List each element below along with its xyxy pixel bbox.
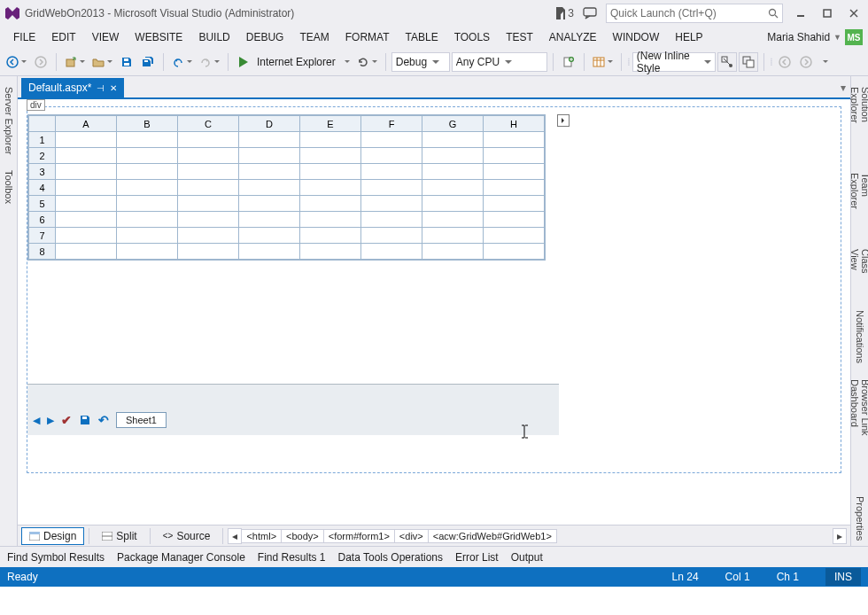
- extend-nav-fwd[interactable]: [796, 52, 816, 72]
- toolbar-overflow[interactable]: [818, 52, 831, 72]
- cell[interactable]: [422, 196, 484, 212]
- style-combo[interactable]: (New Inline Style: [632, 52, 716, 72]
- col-G[interactable]: G: [422, 116, 484, 132]
- menu-debug[interactable]: DEBUG: [238, 27, 292, 48]
- menu-build[interactable]: BUILD: [190, 27, 237, 48]
- cell[interactable]: [178, 244, 239, 260]
- cell[interactable]: [361, 228, 422, 244]
- menu-analyze[interactable]: ANALYZE: [541, 27, 605, 48]
- sheet-prev-icon[interactable]: ◀: [33, 415, 40, 426]
- sheet-tab[interactable]: Sheet1: [116, 412, 167, 428]
- close-icon[interactable]: ✕: [110, 83, 117, 93]
- col-E[interactable]: E: [300, 116, 361, 132]
- col-C[interactable]: C: [178, 116, 239, 132]
- cell[interactable]: [484, 228, 545, 244]
- cell[interactable]: [300, 132, 361, 148]
- grid-corner[interactable]: [29, 116, 56, 132]
- tab-find-results[interactable]: Find Results 1: [258, 551, 326, 564]
- cell[interactable]: [117, 132, 178, 148]
- row-4[interactable]: 4: [29, 180, 56, 196]
- cell[interactable]: [56, 212, 117, 228]
- cell[interactable]: [484, 212, 545, 228]
- nav-back-button[interactable]: [4, 52, 29, 72]
- cell[interactable]: [422, 212, 484, 228]
- browser-refresh-button[interactable]: [354, 52, 380, 72]
- menu-table[interactable]: TABLE: [398, 27, 446, 48]
- row-6[interactable]: 6: [29, 212, 56, 228]
- minimize-button[interactable]: [792, 4, 810, 22]
- tab-team-explorer[interactable]: Team Explorer: [848, 167, 869, 237]
- row-7[interactable]: 7: [29, 228, 56, 244]
- design-canvas[interactable]: A B C D E F G H 1 2 3 4 5: [27, 106, 841, 473]
- col-F[interactable]: F: [361, 116, 422, 132]
- config-combo[interactable]: Debug: [391, 52, 450, 72]
- menu-window[interactable]: WINDOW: [605, 27, 668, 48]
- cell[interactable]: [56, 244, 117, 260]
- cell[interactable]: [56, 148, 117, 164]
- cell[interactable]: [239, 180, 300, 196]
- cell[interactable]: [422, 148, 484, 164]
- cell[interactable]: [178, 212, 239, 228]
- cell[interactable]: [300, 244, 361, 260]
- element-tag-label[interactable]: div: [27, 99, 45, 111]
- platform-combo[interactable]: Any CPU: [452, 52, 547, 72]
- cell[interactable]: [239, 148, 300, 164]
- table-button[interactable]: [590, 52, 616, 72]
- cell[interactable]: [484, 164, 545, 180]
- redo-button[interactable]: [197, 52, 222, 72]
- crumb-body[interactable]: <body>: [281, 529, 324, 543]
- cell[interactable]: [300, 212, 361, 228]
- cell[interactable]: [484, 244, 545, 260]
- menu-tools[interactable]: TOOLS: [446, 27, 498, 48]
- tab-output[interactable]: Output: [511, 551, 543, 564]
- cell[interactable]: [300, 228, 361, 244]
- menu-website[interactable]: WEBSITE: [127, 27, 190, 48]
- cell[interactable]: [422, 180, 484, 196]
- cell[interactable]: [361, 164, 422, 180]
- row-8[interactable]: 8: [29, 244, 56, 260]
- cell[interactable]: [239, 212, 300, 228]
- cell[interactable]: [422, 228, 484, 244]
- cell[interactable]: [56, 196, 117, 212]
- col-H[interactable]: H: [484, 116, 545, 132]
- crumb-gridweb[interactable]: <acw:GridWeb#GridWeb1>: [428, 529, 557, 543]
- cell[interactable]: [484, 180, 545, 196]
- cell[interactable]: [239, 228, 300, 244]
- maximize-button[interactable]: [818, 4, 836, 22]
- nav-fwd-button[interactable]: [31, 52, 50, 72]
- cell[interactable]: [361, 196, 422, 212]
- tab-pkg-mgr[interactable]: Package Manager Console: [117, 551, 245, 564]
- target-rule-button[interactable]: [717, 52, 737, 72]
- cell[interactable]: [117, 180, 178, 196]
- cell[interactable]: [117, 244, 178, 260]
- crumb-prev[interactable]: ◂: [228, 528, 242, 544]
- cell[interactable]: [361, 132, 422, 148]
- cell[interactable]: [178, 148, 239, 164]
- crumb-next[interactable]: ▸: [833, 528, 847, 544]
- row-1[interactable]: 1: [29, 132, 56, 148]
- notifications-flag[interactable]: 3: [555, 7, 574, 19]
- user-avatar[interactable]: MS: [845, 29, 863, 45]
- cell[interactable]: [300, 148, 361, 164]
- crumb-div[interactable]: <div>: [394, 529, 429, 543]
- cell[interactable]: [178, 180, 239, 196]
- tab-class-view[interactable]: Class View: [848, 244, 869, 300]
- open-file-button[interactable]: [89, 52, 115, 72]
- cell[interactable]: [178, 196, 239, 212]
- doc-tab-overflow[interactable]: ▾: [836, 78, 850, 97]
- save-sheet-icon[interactable]: [79, 414, 91, 426]
- cell[interactable]: [117, 148, 178, 164]
- cell[interactable]: [56, 132, 117, 148]
- cell[interactable]: [239, 196, 300, 212]
- crumb-html[interactable]: <html>: [241, 529, 282, 543]
- doc-tab-default[interactable]: Default.aspx* ⊣ ✕: [21, 78, 124, 97]
- tab-browser-link[interactable]: Browser Link Dashboard: [848, 374, 869, 486]
- view-split-button[interactable]: Split: [94, 527, 144, 545]
- row-3[interactable]: 3: [29, 164, 56, 180]
- new-project-button[interactable]: [62, 52, 88, 72]
- menu-view[interactable]: VIEW: [84, 27, 128, 48]
- view-source-button[interactable]: <> Source: [155, 527, 219, 545]
- cell[interactable]: [484, 148, 545, 164]
- menu-help[interactable]: HELP: [667, 27, 710, 48]
- pin-icon[interactable]: ⊣: [97, 83, 105, 93]
